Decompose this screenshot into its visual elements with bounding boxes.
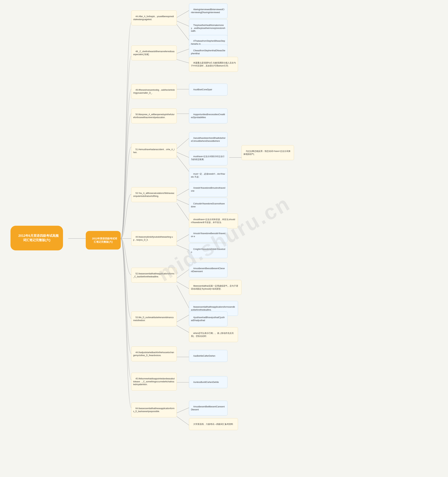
svg-line-4 xyxy=(177,49,189,53)
svg-line-1 xyxy=(177,11,189,18)
answer-48-2: 本题重点是强调句式:当被强调部分掘人且在句子中作宾语时，其余部分可用whom引导… xyxy=(189,57,238,72)
svg-line-10 xyxy=(177,156,189,172)
question-49: 49.Iftheseshoesaretoobig，asktheclerktobr… xyxy=(131,84,177,99)
answer-44a-2: Theylosetheirhealthtomakemoney，andtheylo… xyxy=(189,19,227,37)
svg-line-12 xyxy=(177,189,189,196)
answer-53a-1: Aneedn'thavedoneBmustnothavedone xyxy=(189,182,227,197)
svg-line-8 xyxy=(177,138,189,149)
question-44a: 44.After_A_forthejob，youwillberequiredto… xyxy=(131,11,177,25)
answer-52-2: Itbeessentialthat后面一定用虚拟语气，且句子谓语动词固定为(sh… xyxy=(189,280,241,295)
answer-51-2: musthave+过去分词表示对过去行为的肯定推测; xyxy=(189,150,227,165)
question-53b: 53.We_D_ourbreakfastwhenanoldmancametoth… xyxy=(131,311,177,326)
answer-64-2: 大学英语四、六级考试---四级词汇备考资料 xyxy=(189,418,238,430)
svg-line-16 xyxy=(177,245,189,250)
question-52: 52.Itwasessentialthattheapplicationsform… xyxy=(131,268,177,283)
answer-44b-2: Cmightn'thavedoneDdidn'thavetodo xyxy=(189,243,227,258)
svg-line-5 xyxy=(177,60,189,63)
answer-51-1: AwouldhavebeenhereBhadtobehereCshouldbeh… xyxy=(189,132,227,147)
svg-line-13 xyxy=(177,199,189,205)
svg-line-20 xyxy=(177,315,189,322)
svg-line-3 xyxy=(177,24,189,40)
answer-53a-3: shouldhave+过去分词本应该，本应当;shouldn'thavedone… xyxy=(189,214,238,228)
answer-53a-2: Cshouldn'thavedoneDcannothavedone xyxy=(189,198,227,213)
question-44c: 44.Ihadjuststartedbackforthehousetochang… xyxy=(131,346,177,361)
answer-53b-2: when还可以表示①刚，。就..(有动作先后关系)、②恰在此时. xyxy=(189,327,238,342)
svg-line-15 xyxy=(177,234,189,241)
answer-51-3: must一定，必须needn't，don'thaveto 不必; xyxy=(189,168,227,183)
question-45: 45.Ifeltsomewhatdisappointedandwasabutto… xyxy=(131,373,177,391)
answer-44a-1: AbeinginterviewedBinterviewedCinterviewi… xyxy=(189,4,227,18)
svg-line-24 xyxy=(177,408,189,413)
answer-64-1: AmustbesentBwillbesentCaresentDbesent xyxy=(189,401,227,416)
answer-49: AsuitBsetConeDpair xyxy=(189,84,227,95)
mindmap-container: mid.shuru.cn xyxy=(0,0,448,477)
svg-line-17 xyxy=(177,269,189,278)
question-50: 50.Manynew_A_willbeopenedupinthefuturefo… xyxy=(131,108,177,123)
answer-52-1: AmustbesentBwouldbesentCbesentDweresent xyxy=(189,262,227,277)
question-53a: 53.You_A_allthosecalculations!Wehaveacom… xyxy=(131,187,177,202)
svg-line-25 xyxy=(177,417,189,425)
svg-line-18 xyxy=(177,282,189,289)
svg-line-14 xyxy=(177,203,189,221)
answer-44b-1: Amustn'thavedoneBwouldn'thavedon e xyxy=(189,227,227,242)
question-48: 48._C_shefirstheardofthemanreferredtoasa… xyxy=(131,46,177,60)
root-node: 2012年6月英语四级考试高频词汇笔记完整版(六) xyxy=(11,226,63,250)
question-64: 64.Itwasessentialthattheseapplicationfor… xyxy=(131,402,177,417)
svg-line-9 xyxy=(177,152,189,157)
answer-50: AopportunitiesBnecessitiesCrealitiesDpro… xyxy=(189,108,227,123)
answer-45: AunlessBuntilCwhenDwhile xyxy=(189,376,227,388)
question-51: 51.Hemusthavehadanaccident，orhe_A_t hen. xyxy=(131,143,177,158)
question-44b: 44.Itwasverykindofyoutodothewashing-up，b… xyxy=(131,231,177,246)
center-node: 2012年英语四级考试词汇笔记完整版(六) xyxy=(86,231,121,250)
svg-line-21 xyxy=(177,325,189,333)
svg-line-19 xyxy=(177,285,189,308)
svg-line-2 xyxy=(177,21,189,26)
answer-51-note: 与过去事态相反用：情态动词+have+过去分词来体现拟语气; xyxy=(241,145,294,160)
answer-53b-1: AjusthavehadBhavejusthadCjusthadDhadjust… xyxy=(189,311,227,326)
answer-44c: AasBwhileCafterDwhen xyxy=(189,350,227,362)
